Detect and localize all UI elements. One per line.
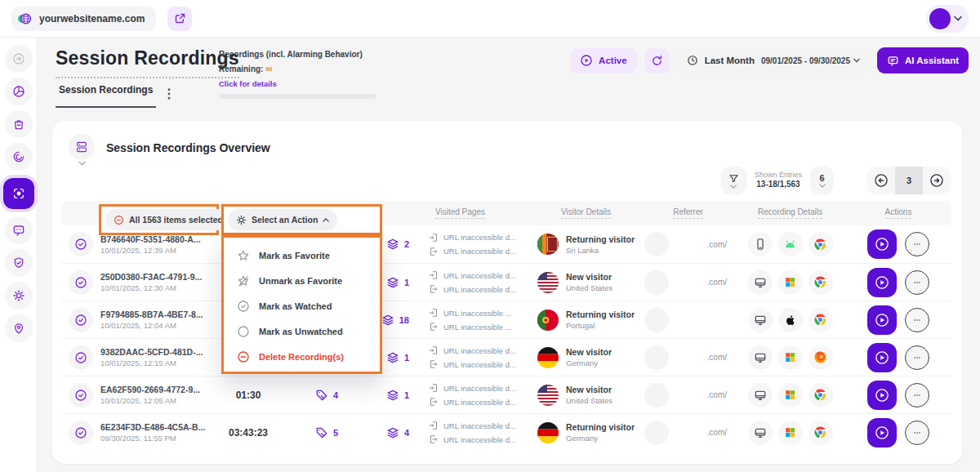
sidebar-item-settings[interactable]: [5, 282, 33, 309]
col-visitor-details[interactable]: Visitor Details: [561, 207, 611, 219]
row-select-checkbox[interactable]: [69, 383, 93, 407]
sidebar-item-location[interactable]: [5, 314, 33, 342]
recording-id[interactable]: 6E234F3D-E486-4C5A-B...: [100, 422, 223, 432]
play-recording-button[interactable]: [867, 268, 897, 297]
play-recording-button[interactable]: [867, 305, 897, 335]
more-actions-button[interactable]: [905, 383, 929, 407]
referrer-url[interactable]: .com/: [707, 353, 727, 362]
door-out-icon: [429, 359, 439, 369]
next-page-button[interactable]: [923, 167, 951, 194]
col-visited-pages[interactable]: Visited Pages: [435, 207, 485, 219]
entry-page[interactable]: URL inaccessible ...: [429, 308, 531, 318]
sidebar-item-security[interactable]: [5, 249, 33, 277]
user-menu[interactable]: [926, 5, 969, 33]
sidebar-item-heatmaps[interactable]: [5, 143, 33, 171]
menu-item-delete-recording-s[interactable]: Delete Recording(s): [224, 344, 380, 369]
chevron-down-icon[interactable]: [78, 161, 86, 166]
chrome-icon: [808, 232, 833, 256]
visitor-details: Returning visitorPortugal: [531, 309, 641, 331]
sidebar-item-analytics[interactable]: [5, 78, 33, 105]
recordings-overview-card: Session Recordings Overview Shown Entrie…: [52, 121, 962, 464]
sidebar-item-recordings[interactable]: [3, 178, 34, 209]
pagination: 3: [867, 167, 951, 194]
active-status-button[interactable]: Active: [570, 48, 637, 73]
page-size-select[interactable]: 6: [810, 167, 834, 194]
referrer-url[interactable]: .com/: [707, 240, 727, 249]
col-actions[interactable]: Actions: [885, 207, 912, 219]
row-select-checkbox[interactable]: [69, 232, 93, 256]
recording-id[interactable]: F9794885-8B7A-4BE7-8...: [100, 309, 223, 319]
menu-item-unmark-as-favorite[interactable]: Unmark as Favorite: [224, 268, 380, 293]
prev-page-button[interactable]: [867, 167, 895, 194]
menu-item-mark-as-unwatched[interactable]: Mark as Unwatched: [224, 318, 380, 344]
recording-id[interactable]: 9382DAAC-5CFD-481D-...: [100, 347, 223, 357]
open-website-button[interactable]: [167, 7, 192, 31]
menu-item-mark-as-favorite[interactable]: Mark as Favorite: [224, 243, 380, 268]
row-select-checkbox[interactable]: [69, 345, 93, 370]
tab-kebab-menu[interactable]: [167, 88, 171, 108]
layers-icon: [381, 314, 394, 327]
visitor-details: New visitorGermany: [531, 347, 641, 368]
menu-item-mark-as-watched[interactable]: Mark as Watched: [224, 293, 380, 318]
sidebar-item-collapse[interactable]: [5, 45, 33, 73]
tags-count: 4: [274, 389, 341, 402]
refresh-button[interactable]: [644, 48, 670, 73]
tab-session-recordings[interactable]: Session Recordings: [56, 84, 156, 108]
door-in-icon: [429, 383, 439, 393]
website-selector[interactable]: yourwebsitename.com: [11, 7, 156, 31]
more-actions-button[interactable]: [905, 308, 929, 332]
exit-page[interactable]: URL inaccessible ...: [429, 322, 531, 332]
referrer-favicon: [644, 232, 669, 256]
topbar: yourwebsitename.com: [0, 0, 980, 38]
referrer-url[interactable]: .com/: [707, 278, 727, 287]
select-action-dropdown[interactable]: Select an Action: [228, 209, 337, 230]
recording-id[interactable]: EA62F590-2669-4772-9...: [100, 385, 223, 394]
play-recording-button[interactable]: [867, 343, 897, 372]
entry-page[interactable]: URL inaccessible d...: [429, 345, 531, 355]
date-range-picker[interactable]: Last Month 09/01/2025 - 09/30/2025: [677, 48, 870, 73]
exit-page[interactable]: URL inaccessible d...: [429, 284, 531, 294]
play-recording-button[interactable]: [867, 381, 897, 410]
row-select-checkbox[interactable]: [69, 308, 93, 332]
entry-page[interactable]: URL inaccessible d...: [429, 421, 531, 430]
recording-date: 10/01/2025, 12:39 AM: [100, 246, 223, 255]
recording-id[interactable]: B746640F-5351-4880-A...: [100, 234, 223, 244]
visitor-details: Returning visitorSri Lanka: [531, 234, 641, 255]
play-recording-button[interactable]: [867, 229, 897, 259]
chevron-down-icon: [730, 185, 737, 189]
sidebar-item-feedback[interactable]: [5, 216, 33, 244]
recording-id[interactable]: 250D0380-F3AC-4791-9...: [100, 272, 223, 282]
chevron-down-icon: [954, 16, 962, 21]
chat-icon: [12, 224, 25, 237]
col-recording-details[interactable]: Recording Details: [758, 207, 822, 219]
ai-assistant-button[interactable]: AI Assistant: [877, 47, 969, 73]
entry-page[interactable]: URL inaccessible d...: [429, 233, 531, 243]
menu-item-label: Delete Recording(s): [259, 352, 344, 362]
referrer-url[interactable]: .com/: [707, 428, 727, 437]
filter-button[interactable]: [721, 167, 746, 194]
play-recording-button[interactable]: [867, 418, 897, 448]
shown-entries-value: 13-18/1,563: [755, 180, 802, 190]
more-actions-button[interactable]: [905, 232, 929, 256]
entry-page[interactable]: URL inaccessible d...: [429, 383, 531, 393]
more-actions-button[interactable]: [905, 345, 929, 370]
row-select-checkbox[interactable]: [69, 421, 93, 445]
referrer-url[interactable]: .com/: [707, 390, 727, 399]
col-referrer[interactable]: Referrer: [673, 207, 703, 219]
sidebar-item-store[interactable]: [5, 110, 33, 138]
more-actions-button[interactable]: [905, 421, 929, 445]
table-controls: Shown Entries 13-18/1,563 6 3: [721, 167, 951, 194]
chevron-down-icon: [853, 58, 860, 63]
exit-page[interactable]: URL inaccessible d...: [429, 247, 531, 256]
row-select-checkbox[interactable]: [69, 270, 93, 295]
more-actions-button[interactable]: [905, 270, 929, 295]
exit-page[interactable]: URL inaccessible d...: [429, 397, 531, 407]
details-link[interactable]: Click for details: [219, 79, 277, 88]
exit-page[interactable]: URL inaccessible d...: [429, 434, 531, 444]
entry-page[interactable]: URL inaccessible d...: [429, 270, 531, 280]
active-label: Active: [599, 56, 627, 65]
tags-count: 5: [274, 426, 341, 439]
row-actions: [845, 229, 951, 259]
exit-page[interactable]: URL inaccessible d...: [429, 359, 531, 369]
recording-details: [735, 383, 845, 407]
